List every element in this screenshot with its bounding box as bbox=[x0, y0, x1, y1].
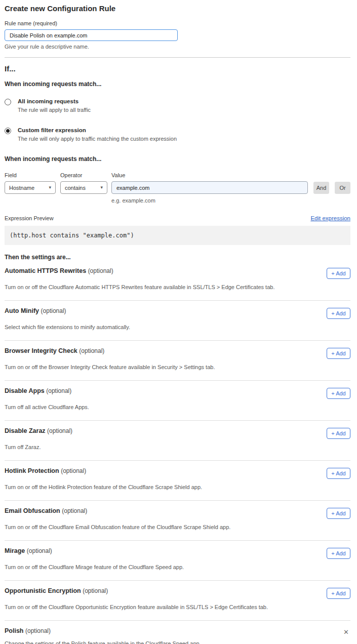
value-label: Value bbox=[111, 172, 125, 178]
add-button[interactable]: + Add bbox=[327, 348, 350, 359]
create-configuration-rule-page: Create new Configuration Rule Rule name … bbox=[0, 0, 357, 644]
rule-name-helper: Give your rule a descriptive name. bbox=[5, 44, 350, 50]
page-title: Create new Configuration Rule bbox=[5, 4, 350, 13]
setting-section-polish: Polish (optional) ✕ Change the settings … bbox=[5, 621, 350, 644]
add-button[interactable]: + Add bbox=[327, 508, 350, 519]
setting-title: Opportunistic Encryption bbox=[5, 587, 81, 594]
setting-description: Turn on or off the Cloudflare Email Obfu… bbox=[5, 524, 350, 530]
setting-optional-suffix: (optional) bbox=[79, 347, 104, 354]
setting-optional-suffix: (optional) bbox=[46, 387, 71, 394]
operator-select[interactable]: contains ▾ bbox=[60, 181, 107, 194]
or-button[interactable]: Or bbox=[335, 182, 350, 194]
radio-all-incoming-requests[interactable] bbox=[5, 99, 11, 105]
expression-preview-header: Expression Preview Edit expression bbox=[5, 215, 350, 221]
setting-optional-suffix: (optional) bbox=[62, 507, 87, 514]
setting-title: Browser Integrity Check bbox=[5, 347, 77, 354]
close-icon[interactable]: ✕ bbox=[343, 629, 349, 635]
setting-description: Turn on or off the Cloudflare Automatic … bbox=[5, 284, 350, 290]
field-label: Field bbox=[5, 172, 60, 178]
expression-preview-label: Expression Preview bbox=[5, 215, 54, 221]
add-button[interactable]: + Add bbox=[327, 588, 350, 599]
field-select[interactable]: Hostname ▾ bbox=[5, 181, 56, 194]
value-helper: e.g. example.com bbox=[111, 197, 350, 204]
setting-optional-suffix: (optional) bbox=[47, 427, 72, 434]
setting-optional-suffix: (optional) bbox=[83, 587, 108, 594]
edit-expression-link[interactable]: Edit expression bbox=[310, 215, 350, 221]
setting-section: Browser Integrity Check (optional) + Add… bbox=[5, 341, 350, 381]
setting-description: Turn on or off the Cloudflare Mirage fea… bbox=[5, 564, 350, 570]
value-input[interactable] bbox=[111, 181, 308, 194]
setting-description: Turn on or off the Browser Integrity Che… bbox=[5, 364, 350, 370]
setting-description: Turn on or off the Cloudflare Opportunis… bbox=[5, 604, 350, 610]
if-heading: If... bbox=[5, 64, 350, 73]
setting-title: Disable Apps bbox=[5, 387, 45, 394]
expression-preview-code: (http.host contains "example.com") bbox=[5, 226, 350, 245]
setting-title: Hotlink Protection bbox=[5, 467, 59, 474]
add-button[interactable]: + Add bbox=[327, 268, 350, 279]
setting-section: Hotlink Protection (optional) + Add Turn… bbox=[5, 461, 350, 501]
chevron-down-icon: ▾ bbox=[100, 185, 103, 190]
setting-section: Opportunistic Encryption (optional) + Ad… bbox=[5, 581, 350, 621]
setting-description: Turn off all active Cloudflare Apps. bbox=[5, 404, 350, 410]
setting-optional-suffix: (optional) bbox=[88, 267, 113, 274]
radio-option-all-incoming-requests[interactable]: All incoming requests The rule will appl… bbox=[5, 98, 350, 113]
setting-section: Disable Zaraz (optional) + Add Turn off … bbox=[5, 421, 350, 461]
rule-name-input[interactable] bbox=[5, 29, 178, 41]
setting-section: Mirage (optional) + Add Turn on or off t… bbox=[5, 541, 350, 581]
chevron-down-icon: ▾ bbox=[49, 185, 51, 190]
setting-title: Auto Minify bbox=[5, 307, 39, 314]
incoming-requests-match-heading: When incoming requests match... bbox=[5, 80, 350, 88]
add-button[interactable]: + Add bbox=[327, 388, 350, 399]
add-button[interactable]: + Add bbox=[327, 468, 350, 479]
and-button[interactable]: And bbox=[313, 182, 329, 194]
setting-section: Disable Apps (optional) + Add Turn off a… bbox=[5, 381, 350, 421]
operator-label: Operator bbox=[60, 172, 111, 178]
add-button[interactable]: + Add bbox=[327, 428, 350, 439]
setting-title: Mirage bbox=[5, 547, 25, 554]
expression-builder-row: Hostname ▾ contains ▾ And Or bbox=[5, 181, 350, 194]
radio-custom-filter-expression[interactable] bbox=[5, 128, 11, 134]
section-divider bbox=[5, 57, 350, 58]
setting-description: Turn off Zaraz. bbox=[5, 444, 350, 450]
radio-option-custom-filter-expression[interactable]: Custom filter expression The rule will o… bbox=[5, 127, 350, 142]
setting-section: Automatic HTTPS Rewrites (optional) + Ad… bbox=[5, 261, 350, 301]
setting-section: Auto Minify (optional) + Add Select whic… bbox=[5, 301, 350, 341]
settings-list: Automatic HTTPS Rewrites (optional) + Ad… bbox=[5, 261, 350, 621]
rule-name-group: Rule name (required) Give your rule a de… bbox=[5, 20, 350, 50]
setting-optional-suffix: (optional) bbox=[25, 627, 51, 634]
add-button[interactable]: + Add bbox=[327, 548, 350, 559]
setting-title: Automatic HTTPS Rewrites bbox=[5, 267, 86, 274]
setting-optional-suffix: (optional) bbox=[41, 307, 66, 314]
settings-heading: Then the settings are... bbox=[5, 254, 350, 261]
setting-optional-suffix: (optional) bbox=[27, 547, 52, 554]
setting-description: Change the settings of the Polish featur… bbox=[5, 640, 350, 644]
setting-section: Email Obfuscation (optional) + Add Turn … bbox=[5, 501, 350, 541]
radio-option-label: Custom filter expression bbox=[18, 127, 177, 133]
radio-option-description: The rule will apply to all traffic bbox=[18, 107, 91, 113]
setting-title: Disable Zaraz bbox=[5, 427, 46, 434]
expression-builder-heading: When incoming requests match... bbox=[5, 155, 350, 163]
setting-description: Turn on or off the Hotlink Protection fe… bbox=[5, 484, 350, 490]
field-select-value: Hostname bbox=[9, 185, 34, 191]
setting-title: Email Obfuscation bbox=[5, 507, 60, 514]
setting-description: Select which file extensions to minify a… bbox=[5, 324, 350, 330]
operator-select-value: contains bbox=[65, 185, 86, 191]
radio-option-description: The rule will only apply to traffic matc… bbox=[18, 136, 177, 142]
expression-builder-labels: Field Operator Value bbox=[5, 172, 350, 178]
radio-option-label: All incoming requests bbox=[18, 98, 91, 104]
add-button[interactable]: + Add bbox=[327, 308, 350, 319]
setting-title: Polish bbox=[5, 627, 24, 634]
rule-name-label: Rule name (required) bbox=[5, 20, 350, 26]
setting-optional-suffix: (optional) bbox=[61, 467, 86, 474]
